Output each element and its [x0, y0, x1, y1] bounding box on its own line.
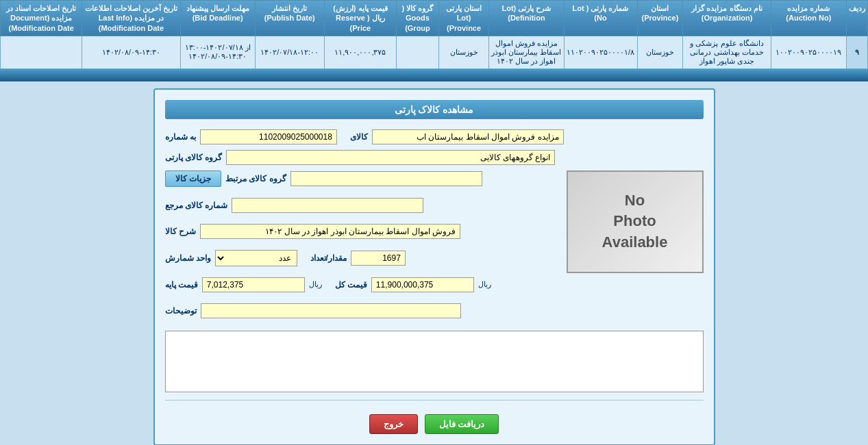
col-organization: نام دستگاه مزایده گزار (Organization): [683, 1, 771, 36]
total-price-label: قیمت کل: [335, 280, 367, 290]
col-bid-deadline: مهلت ارسال پیشنهاد (Bid Deadline): [180, 1, 255, 36]
auction-table: ردیف شماره مزایده (Auction No) نام دستگا…: [0, 0, 868, 69]
unit-quantity-row: مقدار/تعداد عدد واحد شمارش: [165, 250, 543, 266]
table-row: ۹ ۱۰۰۲۰۰۹۰۲۵۰۰۰۰۱۹ دانشگاه علوم پزشکی و …: [1, 36, 868, 68]
goods-group-label: گروه کالای پارتی: [165, 153, 223, 162]
col-province: استان (Province): [637, 1, 683, 36]
related-goods-input[interactable]: [290, 171, 482, 186]
goods-desc-input[interactable]: [200, 224, 460, 239]
goods-input[interactable]: [372, 129, 564, 144]
serial-label: به شماره: [165, 132, 196, 142]
col-lot-province: استان پارتی (Lot Province): [438, 1, 489, 36]
col-last-info-mod: تاریخ آخرین اصلاحات اطلاعات در مزایده (L…: [82, 1, 180, 36]
cell-goods-group: [397, 36, 439, 68]
col-goods-group: گروه کالا ( Goods Group): [397, 1, 439, 36]
quantity-input[interactable]: [351, 251, 406, 266]
col-row-num: ردیف: [847, 1, 868, 36]
cell-reserve-price: ۱۱,۹۰۰,۰۰۰,۳۷۵: [324, 36, 397, 68]
photo-line3: Available: [602, 232, 668, 253]
goods-desc-label: شرح کالا: [165, 227, 196, 236]
details-button[interactable]: جزیات کالا: [165, 170, 221, 187]
cell-organization: دانشگاه علوم پزشکی و خدمات بهداشتی درمان…: [683, 36, 771, 68]
base-price-unit: ریال: [309, 280, 322, 289]
exit-button[interactable]: خروج: [369, 414, 418, 434]
ref-number-input[interactable]: [232, 198, 423, 213]
photo-placeholder: No Photo Available: [567, 170, 704, 273]
details-row: گروه کالای مرتبط جزیات کالا: [165, 170, 543, 187]
separator: [165, 400, 704, 400]
goods-label: کالای: [350, 132, 368, 142]
desc-row: توضیحات: [165, 303, 543, 318]
price-row: ریال قیمت کل ریال قیمت پایه: [165, 277, 543, 292]
bottom-textarea-section: [165, 331, 704, 394]
ref-number-row: شماره کالای مرجع: [165, 198, 543, 213]
detail-panel: مشاهده کالاک پارتی کالای به شماره گروه ک…: [153, 88, 715, 445]
col-lot-def: شرح پارتی (Lot Definition): [489, 1, 564, 36]
col-doc-mod: تاریخ اصلاحات اسناد در مزایده (Document …: [1, 1, 82, 36]
total-price-unit: ریال: [478, 280, 491, 289]
col-publish-date: تاریخ انتشار (Publish Date): [255, 1, 324, 36]
button-row: دریافت فایل خروج: [165, 414, 704, 434]
goods-group-row: گروه کالای پارتی: [165, 150, 704, 165]
quantity-label: مقدار/تعداد: [310, 253, 347, 263]
serial-input[interactable]: [200, 129, 337, 144]
mid-section: No Photo Available گروه کالای مرتبط جزیا…: [165, 170, 704, 324]
photo-line2: Photo: [613, 211, 656, 232]
separator-bar: [0, 69, 868, 81]
mid-form-rows: گروه کالای مرتبط جزیات کالا شماره کالای …: [165, 170, 543, 324]
cell-lot-def: مزایده فروش اموال اسقاط بیمارستان ابوذر …: [489, 36, 564, 68]
cell-last-info-mod: ۱۴۰۲/۰۸/۰۹-۱۴:۳۰: [82, 36, 180, 68]
base-price-input[interactable]: [202, 277, 305, 292]
ref-number-label: شماره کالای مرجع: [165, 201, 228, 210]
photo-line1: No: [625, 190, 645, 212]
base-price-label: قیمت پایه: [165, 280, 198, 290]
related-goods-label: گروه کالای مرتبط: [225, 174, 286, 183]
large-textarea[interactable]: [165, 331, 704, 392]
panel-title: مشاهده کالاک پارتی: [165, 100, 704, 119]
cell-bid-deadline: از ۱۴۰۲/۰۷/۱۸-۱۳:۰۰ ۱۴۰۲/۰۸/۰۹-۱۴:۳۰: [180, 36, 255, 68]
col-auction-no: شماره مزایده (Auction No): [771, 1, 846, 36]
total-price-input[interactable]: [371, 277, 474, 292]
unit-label: واحد شمارش: [165, 253, 211, 263]
cell-row-num: ۹: [847, 36, 868, 68]
goods-desc-row: شرح کالا: [165, 224, 543, 239]
unit-select[interactable]: عدد: [215, 250, 297, 266]
cell-publish-date: ۱۴۰۲/۰۷/۱۸-۱۲:۰۰: [255, 36, 324, 68]
goods-row: کالای به شماره: [165, 129, 704, 144]
cell-province: خوزستان: [637, 36, 683, 68]
desc-input[interactable]: [201, 303, 461, 318]
desc-label: توضیحات: [165, 306, 197, 316]
cell-lot-province: خوزستان: [438, 36, 489, 68]
cell-auction-no: ۱۰۰۲۰۰۹۰۲۵۰۰۰۰۱۹: [771, 36, 846, 68]
receive-file-button[interactable]: دریافت فایل: [425, 414, 499, 434]
main-content: مشاهده کالاک پارتی کالای به شماره گروه ک…: [0, 81, 868, 445]
col-lot-no: شماره پارتی ( Lot No): [564, 1, 637, 36]
goods-group-input[interactable]: [226, 150, 555, 165]
cell-doc-mod: [1, 36, 82, 68]
cell-lot-no: ۱۱۰۲۰۰۹۰۲۵۰۰۰۰۱/۸: [564, 36, 637, 68]
col-reserve-price: قیمت پایه (ارزش) ریال ( Reserve Price): [324, 1, 397, 36]
